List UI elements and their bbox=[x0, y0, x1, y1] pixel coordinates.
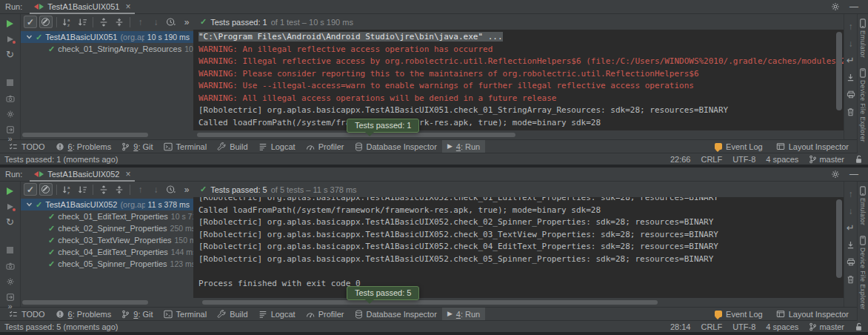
tool-window-button-database-inspector[interactable]: Database Inspector bbox=[350, 140, 442, 153]
show-passed-icon[interactable]: ✓ bbox=[24, 16, 37, 28]
collapse-all-icon[interactable] bbox=[113, 16, 126, 28]
tool-window-button-database-inspector[interactable]: Database Inspector bbox=[350, 308, 442, 320]
soft-wrap-icon[interactable]: ↵ bbox=[847, 56, 855, 65]
clear-all-icon[interactable] bbox=[847, 107, 855, 116]
rerun-test-icon[interactable] bbox=[7, 186, 13, 196]
console-hscrollbar[interactable] bbox=[197, 133, 515, 137]
unlock-icon[interactable] bbox=[855, 322, 863, 331]
more-actions-icon[interactable]: » bbox=[180, 183, 193, 196]
status-widget[interactable]: UTF-8 bbox=[732, 155, 755, 164]
test-tree-row[interactable]: ✓check_02_Spinner_Properties250 ms bbox=[21, 222, 193, 234]
screenshot-icon[interactable] bbox=[6, 261, 15, 271]
test-tree-root-row[interactable]: ✓TestA1BasicUIX052(org.aplas.basica11 s … bbox=[21, 199, 193, 210]
next-failed-test-icon[interactable]: ↓ bbox=[149, 183, 162, 196]
screenshot-icon[interactable] bbox=[6, 93, 15, 103]
print-icon[interactable] bbox=[847, 90, 855, 99]
soft-wrap-icon[interactable]: ↵ bbox=[847, 223, 855, 233]
stop-icon[interactable] bbox=[7, 245, 13, 255]
minimize-icon[interactable]: — bbox=[849, 2, 858, 11]
run-tab[interactable]: TestA1BasicUIX052 × bbox=[30, 168, 135, 181]
tool-window-button-git[interactable]: 9: Git bbox=[116, 308, 158, 320]
expand-all-icon[interactable] bbox=[97, 183, 110, 196]
close-tab-icon[interactable]: × bbox=[125, 170, 130, 179]
more-actions-icon[interactable]: » bbox=[180, 16, 193, 28]
tool-window-button-git[interactable]: 9: Git bbox=[116, 140, 158, 153]
tool-window-button-run[interactable]: ▶4: Run bbox=[442, 308, 485, 320]
test-tree-root-row[interactable]: ✓TestA1BasicUIX051(org.aplas.basica10 s … bbox=[21, 31, 193, 43]
arrow-up-icon[interactable]: ↑ bbox=[849, 21, 853, 31]
git-branch-widget[interactable]: master bbox=[809, 322, 844, 331]
tool-window-button-logcat[interactable]: Logcat bbox=[253, 140, 301, 153]
minimize-icon[interactable]: — bbox=[849, 170, 858, 179]
chevron-down-icon[interactable] bbox=[25, 34, 33, 40]
unlock-icon[interactable] bbox=[855, 155, 863, 164]
scroll-to-end-icon[interactable] bbox=[847, 240, 855, 250]
rerun-failed-icon[interactable] bbox=[7, 34, 13, 44]
status-widget[interactable]: 4 spaces bbox=[766, 155, 798, 164]
console-output[interactable]: [Robolectric] org.aplas.basicappx.TestA1… bbox=[193, 197, 844, 298]
status-widget[interactable]: CRLF bbox=[701, 322, 722, 331]
arrow-down-icon[interactable]: ↓ bbox=[849, 206, 853, 216]
tool-window-button-problems[interactable]: 6: Problems bbox=[50, 308, 117, 320]
tool-window-button-build[interactable]: Build bbox=[212, 140, 253, 153]
settings-gear-icon[interactable] bbox=[831, 2, 840, 11]
test-tree-row[interactable]: ✓check_05_Spinner_Properties123 ms bbox=[21, 258, 193, 270]
auto-test-icon[interactable]: ↻ bbox=[6, 217, 14, 227]
auto-test-icon[interactable]: ↻ bbox=[6, 50, 14, 59]
status-widget[interactable]: 4 spaces bbox=[766, 322, 798, 331]
sort-alphabetically-icon[interactable]: az bbox=[61, 16, 74, 28]
tool-window-stub-emulator[interactable]: Emulator bbox=[859, 19, 867, 58]
chevron-down-icon[interactable] bbox=[25, 202, 33, 208]
test-tree-row[interactable]: ✓check_01_StringArray_Resources10 s 190 … bbox=[21, 43, 193, 55]
test-tree-row[interactable]: ✓check_03_TextView_Properties150 ms bbox=[21, 234, 193, 246]
console-output[interactable]: "C:\Program Files\Android\Android Studio… bbox=[193, 30, 844, 130]
collapse-all-icon[interactable] bbox=[113, 183, 126, 196]
tool-window-button-todo[interactable]: TODO bbox=[4, 308, 50, 320]
tool-window-stub-device-file-explorer[interactable]: Device File Explorer bbox=[859, 236, 867, 310]
test-tree-row[interactable]: ✓check_01_EditText_Properties10 s 711 ms bbox=[21, 210, 193, 222]
previous-failed-test-icon[interactable]: ↑ bbox=[134, 183, 147, 196]
layout-inspector-button[interactable]: Layout Inspector bbox=[776, 310, 849, 319]
console-hscrollbar[interactable] bbox=[202, 300, 658, 305]
settings-gear-icon[interactable] bbox=[831, 170, 840, 179]
tool-window-button-profiler[interactable]: Profiler bbox=[301, 140, 350, 153]
sort-by-duration-icon[interactable] bbox=[76, 183, 89, 196]
tool-window-button-terminal[interactable]: Terminal bbox=[158, 140, 213, 153]
tool-window-button-todo[interactable]: TODO bbox=[4, 140, 50, 153]
tool-window-button-run[interactable]: ▶4: Run bbox=[442, 140, 485, 153]
test-history-icon[interactable] bbox=[164, 183, 178, 196]
tree-hscrollbar[interactable] bbox=[22, 133, 148, 137]
sort-by-duration-icon[interactable] bbox=[76, 16, 89, 28]
line-column-widget[interactable]: 28:14 bbox=[670, 322, 691, 331]
line-column-widget[interactable]: 22:66 bbox=[670, 155, 691, 164]
coverage-icon[interactable] bbox=[6, 276, 15, 286]
show-ignored-icon[interactable] bbox=[39, 16, 53, 28]
scroll-to-end-icon[interactable] bbox=[847, 73, 855, 82]
event-log-button[interactable]: Event Log bbox=[715, 310, 763, 319]
status-widget[interactable]: CRLF bbox=[701, 155, 722, 164]
status-widget[interactable]: UTF-8 bbox=[732, 322, 755, 331]
tool-window-button-build[interactable]: Build bbox=[212, 308, 253, 320]
show-ignored-icon[interactable] bbox=[39, 183, 53, 196]
tree-hscrollbar[interactable] bbox=[22, 300, 148, 305]
coverage-icon[interactable] bbox=[6, 109, 15, 119]
arrow-down-icon[interactable]: ↓ bbox=[849, 39, 853, 48]
layout-inspector-button[interactable]: Layout Inspector bbox=[776, 142, 849, 151]
arrow-up-icon[interactable]: ↑ bbox=[849, 189, 853, 199]
run-tab[interactable]: TestA1BasicUIX051 × bbox=[30, 0, 135, 13]
stop-icon[interactable] bbox=[7, 78, 13, 87]
expand-all-icon[interactable] bbox=[97, 16, 110, 28]
tool-window-button-terminal[interactable]: Terminal bbox=[158, 308, 213, 320]
close-tab-icon[interactable]: × bbox=[125, 2, 130, 11]
tool-window-button-logcat[interactable]: Logcat bbox=[253, 308, 301, 320]
tool-window-stub-device-file-explorer[interactable]: Device File Explorer bbox=[859, 68, 867, 142]
rerun-failed-icon[interactable] bbox=[7, 202, 13, 211]
sort-alphabetically-icon[interactable]: az bbox=[61, 183, 74, 196]
rerun-test-icon[interactable] bbox=[7, 19, 13, 28]
clear-all-icon[interactable] bbox=[847, 274, 855, 284]
event-log-button[interactable]: Event Log bbox=[715, 142, 763, 151]
next-failed-test-icon[interactable]: ↓ bbox=[149, 16, 162, 28]
test-tree-row[interactable]: ✓check_04_EditText_Properties144 ms bbox=[21, 246, 193, 258]
import-test-results-icon[interactable] bbox=[6, 292, 15, 302]
show-passed-icon[interactable]: ✓ bbox=[24, 183, 37, 196]
